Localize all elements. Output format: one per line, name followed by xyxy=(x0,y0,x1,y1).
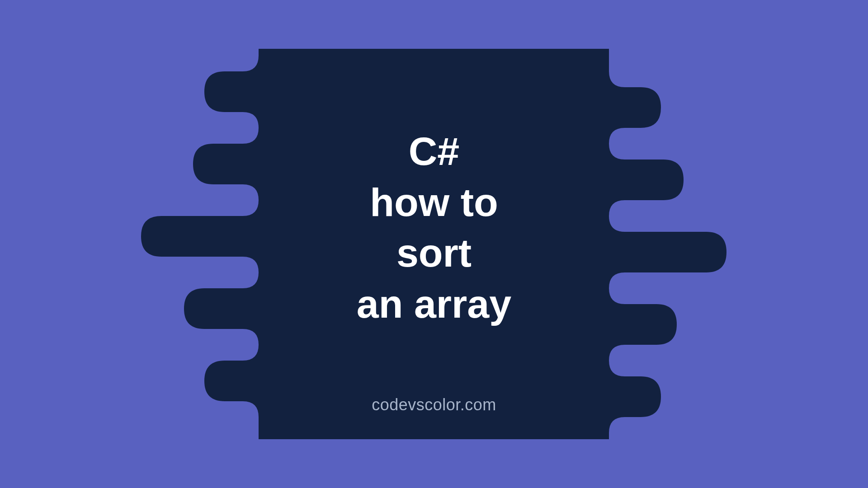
title-line-1: C# xyxy=(357,126,511,177)
title-content: C# how to sort an array xyxy=(357,126,511,329)
title-line-4: an array xyxy=(357,279,511,330)
title-line-2: how to xyxy=(357,177,511,228)
title-line-3: sort xyxy=(357,228,511,279)
footer-link: codevscolor.com xyxy=(372,395,496,414)
card-container: C# how to sort an array codevscolor.com xyxy=(87,49,781,439)
